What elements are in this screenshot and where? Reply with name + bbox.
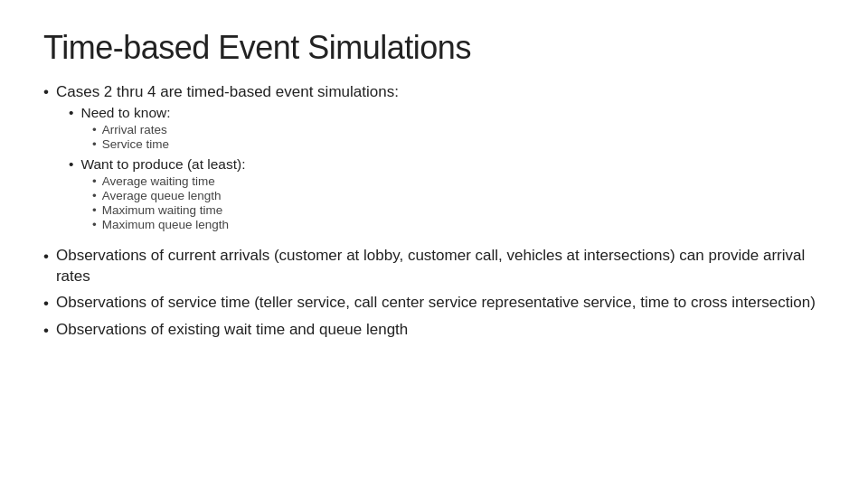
level1-cases: • Cases 2 thru 4 are timed-based event s… [43,83,825,101]
bullet-l2-ntk: • [69,105,73,121]
level1-cases-text: Cases 2 thru 4 are timed-based event sim… [56,83,399,101]
list-item: • Maximum queue length [92,218,825,231]
observations-wait-text: Observations of existing wait time and q… [56,320,825,341]
observations-service-text: Observations of service time (teller ser… [56,293,825,314]
slide: Time-based Event Simulations • Cases 2 t… [0,0,868,488]
need-to-know-block: • Need to know: • Arrival rates • Servic… [69,105,825,153]
need-to-know-items: • Arrival rates • Service time [92,123,825,151]
bullet-l3-avg-wait: • [92,174,97,188]
level2-need-to-know: • Need to know: [69,105,825,121]
bullet-observations-wait: • [43,321,49,342]
bullet-observations-service: • [43,294,49,314]
want-to-produce-block: • Want to produce (at least): • Average … [69,156,825,233]
max-waiting-time-text: Maximum waiting time [102,203,223,217]
bullet-l3-avg-queue: • [92,189,97,202]
bullet-l3-max-wait: • [92,203,97,217]
list-item: • Service time [92,137,825,151]
bullet-l2-wtp: • [69,156,73,173]
avg-queue-length-text: Average queue length [102,189,222,202]
list-item: • Average queue length [92,189,825,202]
max-queue-length-text: Maximum queue length [102,218,229,231]
service-time-text: Service time [102,137,169,151]
list-item: • Average waiting time [92,174,825,188]
bullet-l3-service: • [92,137,97,151]
bullet-l3-arrival: • [92,123,97,136]
bullet-l1-cases: • [43,83,49,101]
list-item: • Observations of existing wait time and… [43,320,825,342]
level2-want-to-produce: • Want to produce (at least): [69,156,825,173]
bottom-bullets: • Observations of current arrivals (cust… [43,246,825,342]
bullet-observations-arrivals: • [43,247,49,267]
level2-want-to-produce-label: Want to produce (at least): [80,156,245,173]
list-item: • Observations of current arrivals (cust… [43,246,825,287]
content-area: • Cases 2 thru 4 are timed-based event s… [43,83,825,342]
level2-need-to-know-label: Need to know: [80,105,170,121]
observations-arrivals-text: Observations of current arrivals (custom… [56,246,825,287]
bullet-l3-max-queue: • [92,218,97,231]
avg-waiting-time-text: Average waiting time [102,174,215,188]
slide-title: Time-based Event Simulations [43,29,825,67]
list-item: • Maximum waiting time [92,203,825,217]
list-item: • Arrival rates [92,123,825,136]
list-item: • Observations of service time (teller s… [43,293,825,314]
want-to-produce-items: • Average waiting time • Average queue l… [92,174,825,231]
arrival-rates-text: Arrival rates [102,123,167,136]
